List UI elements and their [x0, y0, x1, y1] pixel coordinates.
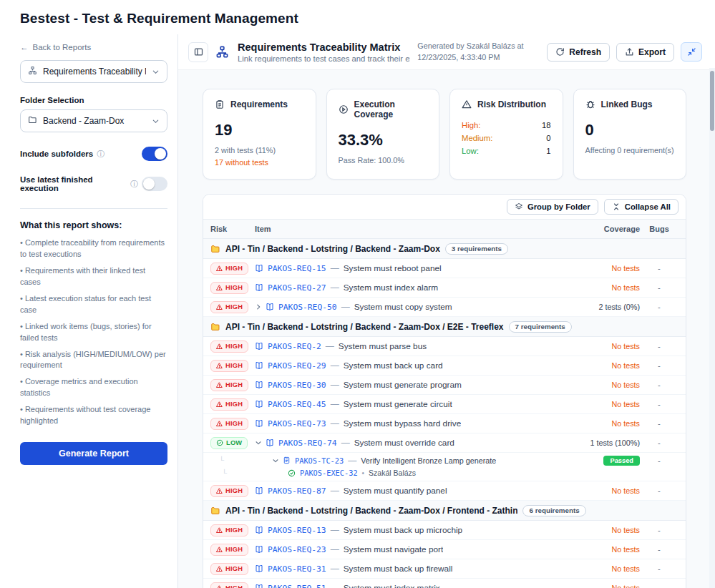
- requirement-icon: [255, 584, 263, 588]
- group-by-folder-button[interactable]: Group by Folder: [507, 199, 598, 215]
- requirement-link[interactable]: PAKOS-REQ-87: [268, 486, 326, 496]
- requirement-row[interactable]: HIGHPAKOS-REQ-23—System must navigate po…: [203, 540, 686, 559]
- requirement-icon: [255, 264, 263, 273]
- risk-badge: HIGH: [210, 379, 248, 391]
- requirement-link[interactable]: PAKOS-REQ-51: [268, 584, 326, 588]
- chevron-right-icon[interactable]: [255, 303, 262, 310]
- export-label: Export: [638, 47, 666, 57]
- generate-report-button[interactable]: Generate Report: [20, 442, 167, 465]
- info-icon: ⓘ: [130, 180, 138, 188]
- include-subfolders-toggle[interactable]: [142, 147, 167, 161]
- requirement-row[interactable]: HIGHPAKOS-REQ-30—System must generate pr…: [203, 376, 686, 395]
- requirement-icon: [255, 283, 263, 292]
- bugs-cell: -: [640, 419, 678, 428]
- risk-high-row: High: 18: [462, 121, 551, 129]
- risk-card: Risk Distribution High: 18 Medium: 0 Low…: [449, 89, 563, 180]
- requirement-link[interactable]: PAKOS-REQ-15: [268, 264, 326, 273]
- use-latest-execution-label: Use latest finished execution: [20, 175, 127, 192]
- requirement-row[interactable]: HIGHPAKOS-REQ-2—System must parse busNo …: [203, 337, 686, 356]
- folder-group-row[interactable]: API - Tin / Backend - Lotstring / Backen…: [203, 317, 686, 337]
- requirement-link[interactable]: PAKOS-REQ-23: [268, 545, 326, 554]
- risk-badge: HIGH: [210, 282, 248, 294]
- execution-row[interactable]: PAKOS-EXEC-32•Szakál Balázs: [203, 468, 686, 481]
- item-cell: PAKOS-REQ-50—System must copy system: [255, 302, 560, 312]
- collapse-all-button[interactable]: Collapse All: [604, 199, 678, 215]
- requirement-title: System must generate circuit: [344, 399, 452, 409]
- requirement-title: System must generate program: [344, 380, 462, 390]
- requirement-link[interactable]: PAKOS-REQ-29: [268, 361, 326, 371]
- requirement-row[interactable]: HIGHPAKOS-REQ-31—System must back up fir…: [203, 559, 686, 579]
- requirement-row[interactable]: HIGHPAKOS-REQ-45—System must generate ci…: [203, 395, 686, 414]
- item-separator: —: [331, 418, 339, 428]
- back-link-label: Back to Reports: [33, 43, 92, 52]
- test-case-row[interactable]: PAKOS-TC-23—Verify Intelligent Bronze La…: [203, 453, 686, 468]
- folder-select[interactable]: Backend - Zaam-Dox: [20, 109, 167, 132]
- risk-high-value: 18: [542, 121, 551, 129]
- requirement-title: System must back up microchip: [344, 525, 463, 535]
- risk-cell: HIGH: [210, 263, 255, 275]
- requirement-icon: [255, 400, 263, 408]
- report-info-heading: What this report shows:: [20, 220, 167, 230]
- collapse-view-button[interactable]: [681, 42, 702, 62]
- risk-badge: LOW: [210, 437, 248, 449]
- risk-cell: HIGH: [210, 485, 255, 497]
- execution-link[interactable]: PAKOS-EXEC-32: [300, 469, 358, 477]
- requirement-row[interactable]: HIGHPAKOS-REQ-51—System must index matri…: [203, 579, 686, 588]
- generated-info: Generated by Szakál Balázs at 12/23/2025…: [417, 41, 540, 63]
- requirement-row[interactable]: HIGHPAKOS-REQ-29—System must back up car…: [203, 356, 686, 376]
- report-subtitle: Link requirements to test cases and trac…: [238, 54, 410, 63]
- refresh-button[interactable]: Refresh: [547, 43, 610, 62]
- sidebar: ← Back to Reports Requirements Traceabil…: [0, 34, 178, 588]
- requirement-link[interactable]: PAKOS-REQ-73: [268, 419, 326, 428]
- folder-selection-label: Folder Selection: [20, 96, 167, 104]
- test-case-link[interactable]: PAKOS-TC-23: [295, 456, 344, 465]
- use-latest-execution-toggle[interactable]: [142, 177, 167, 191]
- back-to-reports-link[interactable]: ← Back to Reports: [20, 43, 167, 52]
- requirement-link[interactable]: PAKOS-REQ-13: [268, 526, 326, 535]
- risk-cell: HIGH: [210, 282, 255, 294]
- risk-low-label: Low:: [462, 147, 479, 155]
- collapse-icon: [687, 47, 696, 57]
- export-button[interactable]: Export: [616, 43, 674, 62]
- folder-group-row[interactable]: API - Tin / Backend - Lotstring / Backen…: [203, 239, 686, 259]
- requirement-link[interactable]: PAKOS-REQ-30: [268, 381, 326, 390]
- risk-cell: HIGH: [210, 379, 255, 391]
- requirement-link[interactable]: PAKOS-REQ-31: [268, 564, 326, 574]
- requirement-row[interactable]: HIGHPAKOS-REQ-27—System must index alarm…: [203, 278, 686, 298]
- item-separator: —: [348, 456, 356, 466]
- coverage-icon: [339, 104, 349, 114]
- requirement-link[interactable]: PAKOS-REQ-74: [278, 438, 337, 448]
- requirement-link[interactable]: PAKOS-REQ-2: [268, 342, 321, 351]
- risk-low-value: 1: [546, 147, 550, 155]
- chevron-down-icon[interactable]: [255, 439, 262, 446]
- scrollbar-thumb[interactable]: [710, 71, 714, 131]
- requirement-row[interactable]: HIGHPAKOS-REQ-73—System must bypass hard…: [203, 414, 686, 433]
- chevron-down-icon[interactable]: [272, 457, 279, 464]
- main-scrollbar[interactable]: [709, 68, 715, 588]
- report-bullets: Complete traceability from requirements …: [20, 237, 167, 427]
- requirement-row[interactable]: HIGHPAKOS-REQ-50—System must copy system…: [203, 298, 686, 317]
- requirement-row[interactable]: HIGHPAKOS-REQ-87—System must quantify pa…: [203, 481, 686, 501]
- requirement-link[interactable]: PAKOS-REQ-45: [268, 400, 326, 409]
- risk-badge: HIGH: [210, 398, 248, 411]
- requirement-row[interactable]: LOWPAKOS-REQ-74—System must override car…: [203, 433, 686, 453]
- coverage-cell: No tests: [560, 264, 640, 273]
- item-cell: PAKOS-REQ-73—System must bypass hard dri…: [255, 418, 560, 428]
- report-bullet: Risk analysis (HIGH/MEDIUM/LOW) per requ…: [20, 349, 167, 372]
- folder-select-value: Backend - Zaam-Dox: [43, 116, 146, 126]
- requirement-title: System must index alarm: [344, 283, 438, 293]
- report-type-select[interactable]: Requirements Traceability Matri: [20, 60, 167, 83]
- requirement-link[interactable]: PAKOS-REQ-50: [278, 303, 337, 312]
- item-separator: —: [331, 263, 339, 273]
- item-cell: PAKOS-REQ-74—System must override card: [255, 438, 560, 448]
- back-arrow-icon: ←: [20, 43, 29, 52]
- export-icon: [625, 47, 634, 57]
- item-cell: PAKOS-REQ-23—System must navigate port: [255, 544, 560, 554]
- folder-group-row[interactable]: API - Tin / Backend - Lotstring / Backen…: [203, 501, 686, 521]
- requirement-link[interactable]: PAKOS-REQ-27: [268, 283, 326, 293]
- requirements-card: Requirements 19 2 with tests (11%) 17 wi…: [203, 89, 316, 180]
- requirement-row[interactable]: HIGHPAKOS-REQ-15—System must reboot pane…: [203, 259, 686, 278]
- bugs-cell: -: [640, 438, 678, 447]
- toggle-panel-button[interactable]: [188, 42, 208, 62]
- requirement-row[interactable]: HIGHPAKOS-REQ-13—System must back up mic…: [203, 521, 686, 540]
